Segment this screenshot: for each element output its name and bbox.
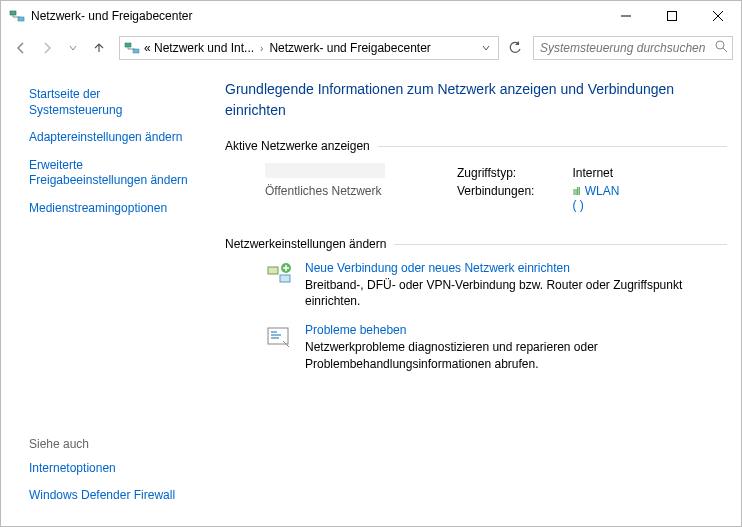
svg-line-9 <box>723 48 727 52</box>
network-type: Öffentliches Netzwerk <box>265 184 435 198</box>
option-new-connection-title[interactable]: Neue Verbindung oder neues Netzwerk einr… <box>305 261 727 275</box>
connections-label: Verbindungen: <box>457 183 540 213</box>
breadcrumb-part2[interactable]: Netzwerk- und Freigabecenter <box>269 41 430 55</box>
app-icon <box>9 8 25 24</box>
toolbar: « Netzwerk und Int... › Netzwerk- und Fr… <box>1 31 741 65</box>
svg-rect-1 <box>18 17 24 21</box>
option-troubleshoot[interactable]: Probleme beheben Netzwerkprobleme diagno… <box>225 323 727 371</box>
option-new-connection[interactable]: Neue Verbindung oder neues Netzwerk einr… <box>225 261 727 309</box>
active-networks-label: Aktive Netzwerke anzeigen <box>225 139 370 153</box>
close-button[interactable] <box>695 1 741 31</box>
option-new-connection-desc: Breitband-, DFÜ- oder VPN-Verbindung bzw… <box>305 278 682 308</box>
sidebar-link-home[interactable]: Startseite der Systemsteuerung <box>29 87 197 118</box>
up-button[interactable] <box>87 36 111 60</box>
search-input[interactable] <box>538 40 715 56</box>
history-dropdown[interactable] <box>61 36 85 60</box>
back-button[interactable] <box>9 36 33 60</box>
sidebar-link-inetopts[interactable]: Internetoptionen <box>29 461 197 477</box>
minimize-button[interactable] <box>603 1 649 31</box>
access-type-value: Internet <box>542 165 625 181</box>
maximize-button[interactable] <box>649 1 695 31</box>
breadcrumb-separator[interactable]: › <box>258 43 265 54</box>
address-bar[interactable]: « Netzwerk und Int... › Netzwerk- und Fr… <box>119 36 499 60</box>
change-settings-label: Netzwerkeinstellungen ändern <box>225 237 386 251</box>
page-heading: Grundlegende Informationen zum Netzwerk … <box>225 79 705 121</box>
sidebar: Startseite der Systemsteuerung Adapterei… <box>1 65 211 526</box>
refresh-button[interactable] <box>503 36 527 60</box>
search-icon[interactable] <box>715 40 728 56</box>
sidebar-link-sharing[interactable]: Erweiterte Freigabeeinstellungen ändern <box>29 158 197 189</box>
forward-button[interactable] <box>35 36 59 60</box>
troubleshoot-icon <box>265 323 293 351</box>
svg-rect-6 <box>125 43 131 47</box>
svg-rect-11 <box>280 275 290 282</box>
new-connection-icon <box>265 261 293 289</box>
address-dropdown[interactable] <box>478 44 494 52</box>
location-icon <box>124 40 140 56</box>
wifi-icon: ııll <box>572 185 579 197</box>
seealso-label: Siehe auch <box>29 437 197 451</box>
svg-rect-10 <box>268 267 278 274</box>
access-type-label: Zugriffstyp: <box>457 165 540 181</box>
breadcrumb-part1[interactable]: « Netzwerk und Int... <box>144 41 254 55</box>
search-box[interactable] <box>533 36 733 60</box>
svg-rect-7 <box>133 49 139 53</box>
svg-rect-0 <box>10 11 16 15</box>
option-troubleshoot-desc: Netzwerkprobleme diagnostizieren und rep… <box>305 340 598 370</box>
main-content: Grundlegende Informationen zum Netzwerk … <box>211 65 741 526</box>
svg-point-8 <box>716 41 724 49</box>
network-name <box>265 163 385 178</box>
titlebar: Netzwerk- und Freigabecenter <box>1 1 741 31</box>
connection-link[interactable]: WLAN <box>585 184 620 198</box>
window-title: Netzwerk- und Freigabecenter <box>31 9 192 23</box>
active-network-block: Öffentliches Netzwerk Zugriffstyp: Inter… <box>225 163 727 215</box>
svg-rect-13 <box>268 328 288 344</box>
connection-detail[interactable]: ( ) <box>572 198 583 212</box>
sidebar-link-firewall[interactable]: Windows Defender Firewall <box>29 488 197 504</box>
svg-rect-3 <box>668 12 677 21</box>
sidebar-link-adapter[interactable]: Adaptereinstellungen ändern <box>29 130 197 146</box>
option-troubleshoot-title[interactable]: Probleme beheben <box>305 323 727 337</box>
sidebar-link-streaming[interactable]: Medienstreamingoptionen <box>29 201 197 217</box>
